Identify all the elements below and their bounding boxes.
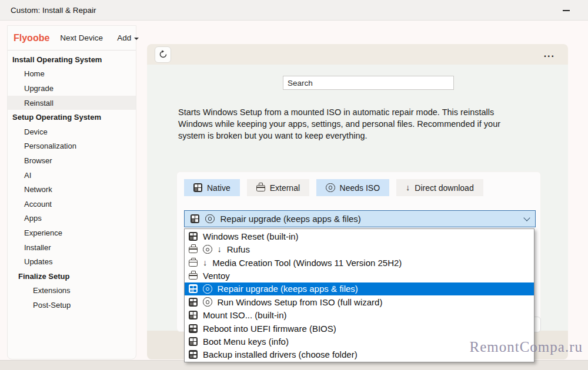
briefcase-icon — [189, 273, 198, 280]
dropdown-option-label: Boot Menu keys (info) — [203, 337, 289, 347]
dropdown-option-label: Repair upgrade (keeps apps & files) — [218, 284, 358, 294]
sidebar-item-ai[interactable]: AI — [8, 168, 136, 183]
dropdown-option-label: Ventoy — [203, 271, 230, 281]
watermark: RemontCompa.ru — [470, 339, 583, 355]
dropdown-option-label: Run Windows Setup from ISO (full wizard) — [218, 297, 383, 307]
sidebar-item-personalization[interactable]: Personalization — [8, 139, 136, 154]
windows-icon — [189, 298, 198, 307]
sidebar-item-apps[interactable]: Apps — [8, 211, 136, 226]
ellipsis-icon: ... — [544, 49, 555, 59]
action-combobox[interactable]: Repair upgrade (keeps apps & files) — [184, 210, 536, 227]
sidebar-item-upgrade[interactable]: Upgrade — [8, 81, 136, 96]
dropdown-option-label: Rufus — [227, 244, 250, 254]
sidebar-item-device[interactable]: Device — [8, 125, 136, 139]
windows-icon — [193, 183, 202, 192]
dropdown-option-label: Backup installed drivers (choose folder) — [203, 349, 358, 359]
sidebar-item-experience[interactable]: Experience — [8, 226, 136, 240]
disc-icon — [203, 284, 212, 294]
sidebar-item-reinstall[interactable]: Reinstall — [8, 96, 136, 110]
dropdown-option-reboot-uefi[interactable]: Reboot into UEFI firmware (BIOS) — [185, 322, 534, 335]
sidebar-item-installer[interactable]: Installer — [8, 240, 136, 255]
minimize-button[interactable] — [557, 5, 575, 16]
window-title: Custom: Install & Repair — [0, 6, 96, 15]
dropdown-option-windows-reset[interactable]: Windows Reset (built-in) — [185, 230, 534, 243]
option-description: Starts Windows Setup from a mounted ISO … — [178, 106, 522, 142]
windows-icon — [189, 311, 198, 319]
dropdown-option-media-creation-tool[interactable]: ↓ Media Creation Tool (Windows 11 Versio… — [185, 256, 534, 269]
sidebar-item-browser[interactable]: Browser — [8, 153, 136, 168]
app-logo: Flyoobe — [14, 33, 49, 43]
filter-native-button[interactable]: Native — [184, 179, 240, 196]
windows-icon — [189, 284, 198, 293]
chevron-down-icon — [134, 38, 139, 40]
sidebar-item-extensions[interactable]: Extensions — [8, 284, 136, 298]
windows-icon — [189, 350, 198, 359]
windows-icon — [189, 232, 198, 241]
briefcase-icon — [189, 260, 198, 267]
filter-external-label: External — [270, 183, 300, 193]
app-header: Flyoobe Next Device Add — [8, 26, 136, 51]
combobox-value: Repair upgrade (keeps apps & files) — [220, 214, 361, 224]
add-button[interactable]: Add — [113, 31, 142, 45]
briefcase-icon — [189, 247, 198, 254]
more-options-button[interactable]: ... — [544, 49, 555, 59]
filter-direct-download-button[interactable]: ↓ Direct download — [396, 179, 483, 196]
filter-button-row: Native External Needs ISO ↓ Direct downl… — [184, 179, 483, 196]
search-input[interactable] — [283, 76, 454, 90]
dropdown-option-label: Media Creation Tool (Windows 11 Version … — [212, 258, 402, 268]
sidebar-item-network[interactable]: Network — [8, 182, 136, 197]
disc-icon — [205, 214, 215, 224]
dropdown-option-label: Reboot into UEFI firmware (BIOS) — [203, 324, 336, 334]
sidebar-item-updates[interactable]: Updates — [8, 254, 136, 269]
left-panel: Flyoobe Next Device Add Install Operatin… — [7, 25, 136, 359]
dropdown-option-label: Mount ISO... (built-in) — [203, 310, 287, 320]
dropdown-option-ventoy[interactable]: Ventoy — [185, 269, 534, 282]
download-icon: ↓ — [406, 183, 410, 192]
briefcase-icon — [256, 185, 265, 192]
sidebar-item-home[interactable]: Home — [8, 67, 136, 82]
sidebar-item-account[interactable]: Account — [8, 197, 136, 211]
dropdown-option-mount-iso[interactable]: Mount ISO... (built-in) — [185, 308, 534, 321]
filter-direct-download-label: Direct download — [415, 183, 473, 193]
sidebar-nav: Install Operating System Home Upgrade Re… — [8, 51, 136, 312]
refresh-icon — [159, 50, 168, 59]
filter-needs-iso-button[interactable]: Needs ISO — [316, 179, 389, 196]
sidebar-section-setup-os: Setup Operating System — [8, 110, 136, 125]
title-bar: Custom: Install & Repair — [0, 0, 588, 21]
sidebar-section-install-os: Install Operating System — [8, 52, 136, 67]
download-icon: ↓ — [218, 245, 222, 254]
disc-icon — [326, 183, 335, 193]
filter-external-button[interactable]: External — [247, 179, 309, 196]
dropdown-option-label: Windows Reset (built-in) — [203, 231, 299, 241]
disc-icon — [203, 245, 212, 254]
dropdown-option-run-windows-setup[interactable]: Run Windows Setup from ISO (full wizard) — [185, 295, 534, 308]
sidebar-section-finalize-setup: Finalize Setup — [8, 269, 136, 284]
windows-icon — [189, 337, 198, 346]
minimize-icon — [563, 10, 570, 11]
windows-icon — [189, 324, 198, 333]
filter-needs-iso-label: Needs ISO — [340, 183, 380, 193]
next-device-button[interactable]: Next Device — [56, 31, 106, 45]
sidebar-item-post-setup[interactable]: Post-Setup — [8, 298, 136, 312]
chevron-down-icon — [523, 214, 530, 221]
add-button-label: Add — [117, 33, 131, 42]
dropdown-option-repair-upgrade[interactable]: Repair upgrade (keeps apps & files) — [185, 282, 534, 295]
windows-icon — [191, 214, 199, 223]
filter-native-label: Native — [207, 183, 230, 193]
disc-icon — [203, 297, 212, 307]
download-icon: ↓ — [203, 258, 207, 267]
refresh-button[interactable] — [155, 46, 171, 63]
dropdown-option-rufus[interactable]: ↓ Rufus — [185, 243, 534, 255]
main-toolbar: ... — [147, 44, 568, 65]
